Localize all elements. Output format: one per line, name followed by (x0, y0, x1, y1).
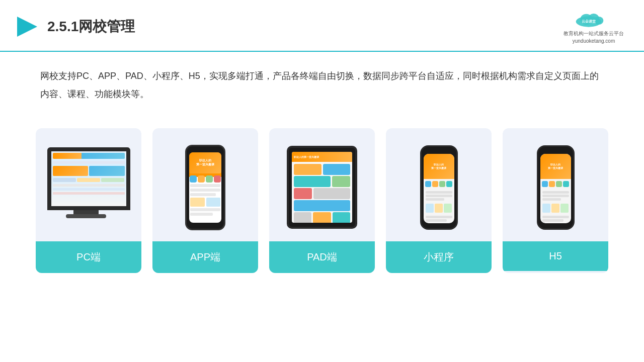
page-title: 2.5.1网校管理 (47, 17, 135, 36)
card-pc: PC端 (36, 128, 141, 273)
card-pad: 职达人的第一堂兴趣课 (269, 128, 375, 273)
card-h5-label: H5 (503, 241, 608, 271)
cards-container: PC端 职达人的第一堂兴趣课 (0, 118, 644, 283)
description-text: 网校支持PC、APP、PAD、小程序、H5，实现多端打通，产品各终端自由切换，数… (0, 52, 644, 113)
logo-icon: 云朵课堂 (574, 9, 614, 29)
svg-text:云朵课堂: 云朵课堂 (582, 19, 596, 23)
card-pc-image (36, 138, 141, 236)
header: 2.5.1网校管理 云朵课堂 教育机构一站式服务云平台 yunduoketang… (0, 0, 644, 52)
h5-phone-icon: 职达人的第一堂兴趣课 (537, 145, 575, 230)
card-h5-image: 职达人的第一堂兴趣课 (503, 138, 608, 236)
card-pc-label: PC端 (36, 241, 141, 273)
header-left: 2.5.1网校管理 (15, 15, 135, 39)
svg-marker-0 (17, 17, 37, 37)
logo-area: 云朵课堂 教育机构一站式服务云平台 yunduoketang.com (564, 9, 624, 44)
card-h5: 职达人的第一堂兴趣课 (503, 128, 608, 273)
app-phone-icon: 职达人的第一堂兴趣课 (185, 145, 225, 230)
logo-tagline: 教育机构一站式服务云平台 (564, 30, 624, 37)
card-app-image: 职达人的第一堂兴趣课 (152, 138, 258, 236)
pad-icon: 职达人的第一堂兴趣课 (287, 146, 357, 229)
card-pad-label: PAD端 (269, 241, 375, 273)
card-app: 职达人的第一堂兴趣课 (152, 128, 258, 273)
card-pad-image: 职达人的第一堂兴趣课 (269, 138, 375, 236)
miniprogram-phone-icon: 职达人的第一堂兴趣课 (420, 145, 458, 230)
logo-url: yunduoketang.com (573, 38, 615, 44)
card-app-label: APP端 (152, 241, 258, 273)
play-icon (15, 15, 39, 39)
card-miniprogram-label: 小程序 (386, 241, 492, 273)
card-miniprogram-image: 职达人的第一堂兴趣课 (386, 138, 492, 236)
pc-monitor-icon (45, 147, 133, 228)
card-miniprogram: 职达人的第一堂兴趣课 (386, 128, 492, 273)
